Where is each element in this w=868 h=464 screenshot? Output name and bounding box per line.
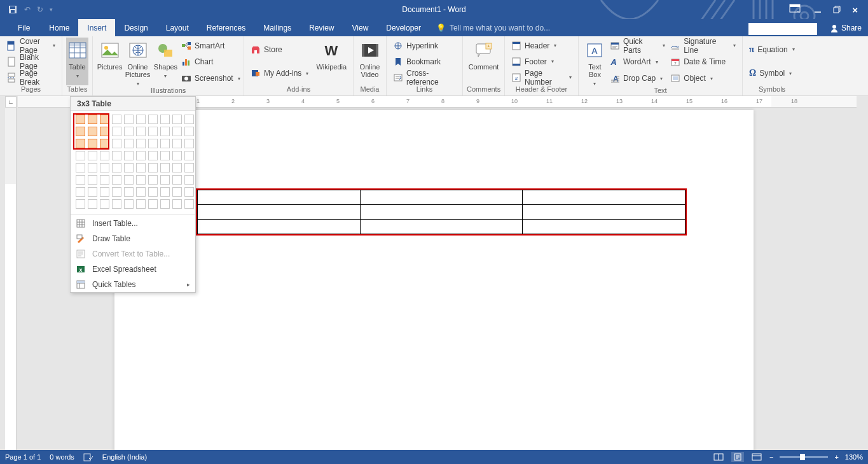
quick-parts-button[interactable]: Quick Parts▾ bbox=[607, 39, 668, 53]
grid-cell[interactable] bbox=[172, 127, 182, 136]
zoom-in-button[interactable]: + bbox=[834, 453, 838, 461]
grid-cell[interactable] bbox=[112, 115, 121, 124]
grid-cell[interactable] bbox=[88, 199, 97, 209]
grid-cell[interactable] bbox=[112, 187, 121, 197]
excel-spreadsheet-menu[interactable]: xExcel Spreadsheet bbox=[71, 262, 195, 277]
store-button[interactable]: Store bbox=[248, 43, 313, 57]
tab-selector[interactable]: ∟ bbox=[5, 96, 17, 108]
grid-cell[interactable] bbox=[88, 163, 97, 172]
grid-cell[interactable] bbox=[148, 175, 158, 185]
grid-cell[interactable] bbox=[100, 139, 109, 148]
grid-cell[interactable] bbox=[136, 151, 146, 160]
web-layout-icon[interactable] bbox=[750, 452, 763, 462]
grid-cell[interactable] bbox=[76, 139, 85, 148]
tab-insert[interactable]: Insert bbox=[78, 19, 115, 36]
close-icon[interactable]: × bbox=[852, 4, 858, 15]
grid-cell[interactable] bbox=[184, 187, 194, 197]
date-time-button[interactable]: 7Date & Time bbox=[668, 55, 738, 69]
grid-cell[interactable] bbox=[136, 139, 146, 148]
grid-cell[interactable] bbox=[184, 151, 194, 160]
word-count[interactable]: 0 words bbox=[50, 453, 74, 461]
grid-cell[interactable] bbox=[100, 175, 109, 185]
grid-cell[interactable] bbox=[88, 151, 97, 160]
tab-review[interactable]: Review bbox=[300, 19, 343, 36]
grid-cell[interactable] bbox=[76, 151, 85, 160]
restore-icon[interactable] bbox=[833, 6, 841, 13]
cover-page-button[interactable]: Cover Page▾ bbox=[4, 39, 58, 53]
grid-cell[interactable] bbox=[160, 163, 170, 172]
tab-file[interactable]: File bbox=[8, 19, 40, 36]
grid-cell[interactable] bbox=[184, 175, 194, 185]
screenshot-button[interactable]: Screenshot▾ bbox=[179, 71, 240, 85]
grid-cell[interactable] bbox=[148, 151, 158, 160]
signature-line-button[interactable]: Signature Line▾ bbox=[668, 39, 738, 53]
grid-cell[interactable] bbox=[148, 115, 158, 124]
tab-view[interactable]: View bbox=[343, 19, 378, 36]
grid-cell[interactable] bbox=[112, 127, 121, 136]
grid-cell[interactable] bbox=[100, 163, 109, 172]
grid-cell[interactable] bbox=[112, 151, 121, 160]
search-input[interactable] bbox=[748, 23, 817, 35]
undo-icon[interactable]: ↶ bbox=[24, 5, 31, 14]
spell-check-icon[interactable] bbox=[83, 453, 93, 461]
tab-home[interactable]: Home bbox=[40, 19, 78, 36]
share-button[interactable]: Share bbox=[823, 19, 868, 36]
grid-cell[interactable] bbox=[148, 199, 158, 209]
grid-cell[interactable] bbox=[88, 115, 97, 124]
grid-cell[interactable] bbox=[124, 199, 134, 209]
table-cell[interactable] bbox=[198, 205, 361, 220]
grid-cell[interactable] bbox=[76, 163, 85, 172]
symbol-button[interactable]: ΩSymbol▾ bbox=[747, 66, 797, 80]
table-cell[interactable] bbox=[198, 220, 361, 234]
blank-page-button[interactable]: Blank Page bbox=[4, 55, 58, 69]
tell-me[interactable]: 💡 Tell me what you want to do... bbox=[436, 19, 550, 36]
bookmark-button[interactable]: Bookmark bbox=[390, 55, 458, 69]
drop-cap-button[interactable]: ADrop Cap▾ bbox=[607, 71, 668, 85]
grid-cell[interactable] bbox=[136, 199, 146, 209]
grid-cell[interactable] bbox=[160, 199, 170, 209]
grid-cell[interactable] bbox=[100, 115, 109, 124]
online-video-button[interactable]: Online Video bbox=[357, 38, 382, 85]
grid-cell[interactable] bbox=[160, 139, 170, 148]
grid-cell[interactable] bbox=[100, 199, 109, 209]
grid-cell[interactable] bbox=[112, 175, 121, 185]
page-indicator[interactable]: Page 1 of 1 bbox=[5, 453, 41, 461]
grid-cell[interactable] bbox=[124, 127, 134, 136]
online-pictures-button[interactable]: Online Pictures▾ bbox=[123, 38, 153, 87]
tab-mailings[interactable]: Mailings bbox=[254, 19, 300, 36]
grid-cell[interactable] bbox=[184, 127, 194, 136]
chart-button[interactable]: Chart bbox=[179, 55, 240, 69]
grid-cell[interactable] bbox=[88, 127, 97, 136]
header-button[interactable]: Header▾ bbox=[509, 39, 574, 53]
grid-cell[interactable] bbox=[184, 199, 194, 209]
grid-cell[interactable] bbox=[112, 139, 121, 148]
equation-button[interactable]: πEquation▾ bbox=[747, 43, 797, 57]
grid-cell[interactable] bbox=[76, 199, 85, 209]
text-box-button[interactable]: AText Box▾ bbox=[582, 38, 607, 87]
pictures-button[interactable]: Pictures bbox=[97, 38, 123, 87]
grid-cell[interactable] bbox=[124, 175, 134, 185]
shapes-button[interactable]: Shapes▾ bbox=[153, 38, 179, 87]
table-button[interactable]: Table ▾ bbox=[66, 38, 88, 85]
grid-cell[interactable] bbox=[76, 115, 85, 124]
grid-cell[interactable] bbox=[76, 187, 85, 197]
grid-cell[interactable] bbox=[160, 175, 170, 185]
wikipedia-button[interactable]: WWikipedia bbox=[313, 38, 349, 85]
grid-cell[interactable] bbox=[148, 127, 158, 136]
grid-cell[interactable] bbox=[76, 175, 85, 185]
save-icon[interactable] bbox=[8, 4, 18, 15]
smartart-button[interactable]: SmartArt bbox=[179, 39, 240, 53]
table-cell[interactable] bbox=[360, 190, 523, 205]
grid-cell[interactable] bbox=[136, 187, 146, 197]
grid-cell[interactable] bbox=[136, 163, 146, 172]
vertical-ruler[interactable] bbox=[5, 108, 17, 450]
object-button[interactable]: Object▾ bbox=[668, 71, 738, 85]
table-cell[interactable] bbox=[523, 190, 685, 205]
hyperlink-button[interactable]: Hyperlink bbox=[390, 39, 458, 53]
grid-cell[interactable] bbox=[172, 139, 182, 148]
grid-cell[interactable] bbox=[124, 187, 134, 197]
grid-cell[interactable] bbox=[112, 199, 121, 209]
table-cell[interactable] bbox=[360, 205, 523, 220]
footer-button[interactable]: Footer▾ bbox=[509, 55, 574, 69]
grid-cell[interactable] bbox=[172, 115, 182, 124]
